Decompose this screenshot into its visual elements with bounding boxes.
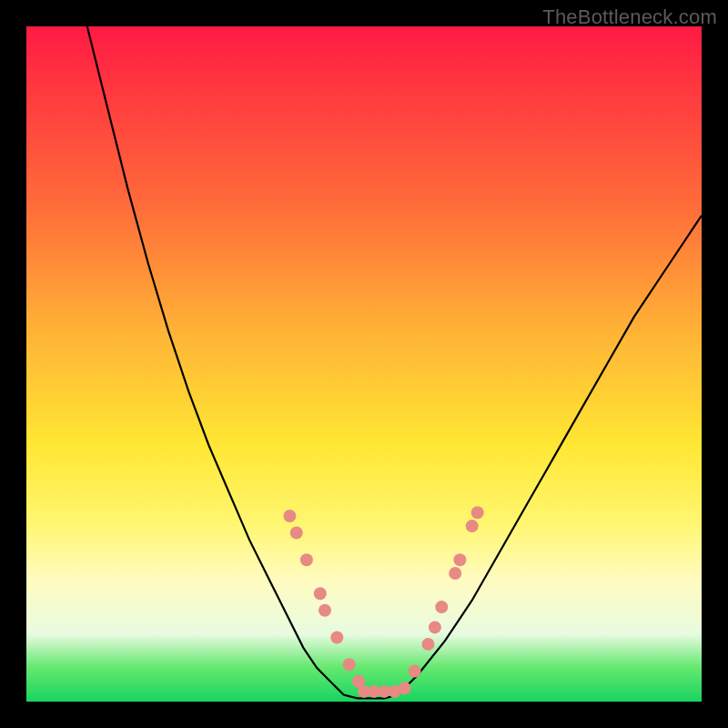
bottleneck-curve bbox=[87, 26, 702, 698]
marker-dot bbox=[466, 520, 479, 532]
marker-dot bbox=[343, 658, 356, 671]
marker-dot bbox=[283, 510, 296, 522]
marker-dot bbox=[318, 604, 331, 617]
attribution-text: TheBottleneck.com bbox=[542, 5, 717, 29]
marker-dot bbox=[435, 601, 448, 613]
marker-dot bbox=[453, 553, 466, 566]
marker-layer bbox=[283, 506, 483, 698]
marker-dot bbox=[429, 621, 441, 633]
bottleneck-curve-svg bbox=[26, 26, 702, 702]
marker-dot bbox=[409, 665, 421, 678]
marker-dot bbox=[449, 567, 461, 580]
marker-dot bbox=[471, 506, 484, 519]
marker-dot bbox=[422, 638, 435, 651]
marker-dot bbox=[300, 553, 313, 566]
curve-group bbox=[87, 26, 702, 698]
marker-dot bbox=[330, 632, 343, 644]
marker-dot bbox=[314, 587, 327, 600]
marker-dot bbox=[399, 682, 411, 694]
marker-dot bbox=[290, 527, 303, 540]
